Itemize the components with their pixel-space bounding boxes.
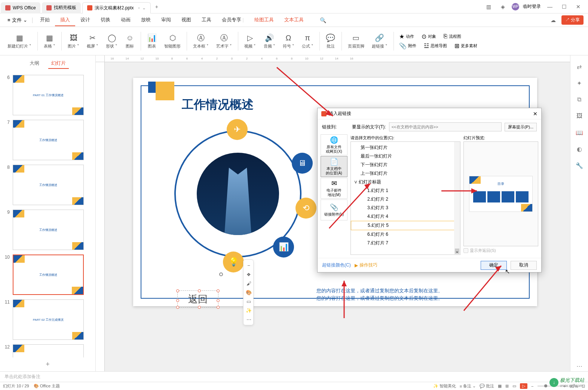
tips-link[interactable]: ▶操作技巧	[355, 262, 377, 268]
dialog-titlebar[interactable]: 插入超链接 ✕	[318, 108, 541, 119]
tree-item[interactable]: 3.幻灯片 3	[351, 204, 460, 212]
panel-style-icon[interactable]: ⇄	[574, 61, 585, 72]
menu-item[interactable]: 开始	[35, 14, 55, 26]
palette-icon[interactable]: 🎨	[245, 288, 252, 296]
more-icon[interactable]: ⋯	[245, 315, 252, 323]
panel-star-icon[interactable]: ✦	[574, 78, 585, 88]
view-normal-icon[interactable]: ▦	[498, 384, 502, 389]
ribbon-超链接[interactable]: 🔗超链接 ˅	[369, 31, 391, 51]
layers-icon[interactable]: ❖	[245, 270, 252, 278]
tab-menu-icon[interactable]: ⌄	[142, 5, 146, 10]
ribbon-符号[interactable]: Ω符号 ˅	[280, 31, 297, 51]
app-tab-wps[interactable]: WPS Office	[1, 2, 40, 13]
view-slideshow-icon[interactable]: ▷	[520, 383, 527, 389]
ribbon-批注[interactable]: 💬批注	[323, 31, 339, 51]
tree-item[interactable]: ∨ 幻灯片标题	[351, 178, 460, 186]
menu-item[interactable]: 工具	[196, 14, 217, 26]
panel-more-icon[interactable]: ⋯	[574, 361, 585, 371]
return-textbox[interactable]: 返回	[177, 290, 218, 308]
content-text-1[interactable]: 您的内容打在这里，或者通过复制您的文本后复制在这里。	[316, 287, 443, 294]
panel-image-icon[interactable]: 🖼	[574, 111, 585, 121]
layout-icon[interactable]: ▥	[483, 1, 494, 12]
view-reading-icon[interactable]: ▭	[512, 384, 516, 389]
slide-counter[interactable]: 幻灯片 10 / 29	[3, 383, 29, 389]
menu-item[interactable]: 视图	[176, 14, 196, 26]
thumbnail-11[interactable]: PART 02 工作完成情况	[13, 299, 84, 340]
link-color-button[interactable]: 超链接颜色(C)	[322, 262, 351, 268]
menu-item[interactable]: 文本工具	[279, 14, 309, 26]
rect-icon[interactable]: ▭	[245, 297, 252, 305]
panel-slides-icon[interactable]: ⧉	[574, 94, 585, 105]
ribbon-艺术字[interactable]: Ⓐ艺术字 ˅	[213, 31, 235, 51]
menu-item[interactable]: 放映	[136, 14, 156, 26]
notes-toggle[interactable]: ≡ 备注 ⌄	[460, 383, 476, 389]
thumbnail-6[interactable]: PART 01 工作情况概述	[13, 75, 84, 115]
linkto-item-3[interactable]: 📎链接附件(L)	[321, 199, 347, 220]
tree-item[interactable]: 1.幻灯片 1	[351, 186, 460, 195]
ribbon-形状[interactable]: ◯形状 ˅	[103, 31, 120, 51]
ribbon-表格[interactable]: ▦表格 ˅	[41, 31, 58, 51]
view-sorter-icon[interactable]: ⊞	[505, 384, 509, 389]
slide-title[interactable]: 工作情况概述	[182, 97, 254, 113]
menu-item[interactable]: 审阅	[156, 14, 176, 26]
scrollbar[interactable]: ⌄	[454, 142, 460, 255]
tab-overflow-icon[interactable]: ▫	[138, 5, 140, 10]
menu-item[interactable]: 插入	[55, 14, 75, 26]
document-tree[interactable]: 第一张幻灯片最后一张幻灯片下一张幻灯片上一张幻灯片∨ 幻灯片标题1.幻灯片 12…	[350, 141, 460, 255]
dialog-close-button[interactable]: ✕	[533, 111, 538, 117]
diagram[interactable]: ✈ 🖥 ⟲ 📊 💡	[167, 123, 309, 265]
search-icon[interactable]: 🔍	[318, 15, 328, 25]
cloud-icon[interactable]: ☁	[548, 15, 558, 25]
close-button[interactable]: ✕	[573, 1, 584, 12]
rotate-handle[interactable]	[219, 272, 223, 276]
app-tab-template[interactable]: 找稻壳模板	[42, 2, 81, 13]
tree-item[interactable]: 最后一张幻灯片	[351, 152, 460, 161]
ribbon-small-附件[interactable]: 📎附件	[397, 42, 419, 50]
file-menu[interactable]: ≡ 文件 ⌄	[4, 15, 30, 25]
thumbnail-9[interactable]: 工作情况概述	[13, 210, 84, 250]
theme-indicator[interactable]: 🎨 Office 主题	[34, 383, 60, 389]
menu-item[interactable]: 会员专享 |	[217, 14, 249, 26]
ribbon-新建幻灯片[interactable]: ▦新建幻灯片 ˅	[4, 31, 34, 51]
menu-item[interactable]: 动画	[116, 14, 136, 26]
thumbnail-10[interactable]: 工作情况概述	[13, 255, 84, 295]
zoom-out[interactable]: −	[531, 384, 533, 389]
maximize-button[interactable]: ☐	[559, 1, 569, 12]
panel-effect-icon[interactable]: ◐	[574, 144, 585, 154]
ribbon-small-动作[interactable]: ★动作	[397, 32, 416, 41]
brush-icon[interactable]: 🖌	[245, 279, 252, 287]
ribbon-图表[interactable]: 📊图表	[144, 31, 160, 51]
linkto-item-0[interactable]: 🌐原有文件 或网页(X)	[321, 134, 347, 155]
linkto-item-1[interactable]: 📄本文档中 的位置(A)	[321, 156, 347, 177]
ribbon-音频[interactable]: 🔊音频 ˅	[261, 31, 278, 51]
ribbon-small-思维导图[interactable]: ☳思维导图	[422, 42, 449, 50]
ribbon-文本框[interactable]: Ⓐ文本框 ˅	[190, 31, 212, 51]
ok-button[interactable]: 确定	[481, 261, 507, 270]
comments-toggle[interactable]: 💬 批注	[480, 383, 494, 389]
tree-item[interactable]: 4.幻灯片 4	[351, 212, 460, 221]
menu-item[interactable]: 设计	[75, 14, 95, 26]
tree-item[interactable]: 2.幻灯片 2	[351, 195, 460, 204]
slides-tab[interactable]: 幻灯片	[48, 58, 69, 69]
tree-item[interactable]: 7.幻灯片 7	[351, 239, 460, 247]
ribbon-图片[interactable]: 🖼图片 ˅	[65, 31, 82, 51]
app-tab-document[interactable]: 演示文稿素材2.pptx ▫ ⌄	[82, 2, 151, 13]
ribbon-small-更多素材[interactable]: ⊞更多素材	[452, 42, 480, 50]
tree-item[interactable]: 上一张幻灯片	[351, 169, 460, 178]
avatar[interactable]: WP	[512, 3, 519, 10]
login-text[interactable]: 临时登录	[523, 3, 541, 10]
tree-item[interactable]: 下一张幻灯片	[351, 161, 460, 169]
new-tab-button[interactable]: +	[151, 1, 162, 12]
outline-tab[interactable]: 大纲	[27, 58, 42, 69]
ribbon-图标[interactable]: ☺图标	[122, 31, 138, 51]
screentip-button[interactable]: 屏幕提示(P)...	[505, 123, 537, 131]
cancel-button[interactable]: 取消	[511, 261, 537, 270]
ribbon-small-对象[interactable]: ⊙对象	[419, 32, 438, 41]
ribbon-页眉页脚[interactable]: ▭页眉页脚	[345, 31, 367, 51]
linkto-item-2[interactable]: ✉电子邮件 地址(M)	[321, 178, 347, 199]
ribbon-智能图形[interactable]: ⬡智能图形	[161, 31, 184, 51]
cube-icon[interactable]: ◈	[497, 1, 508, 12]
share-button[interactable]: ↗ 分享	[561, 15, 584, 25]
ribbon-视频[interactable]: ▷视频 ˅	[241, 31, 259, 51]
thumbnail-12[interactable]	[13, 344, 84, 357]
